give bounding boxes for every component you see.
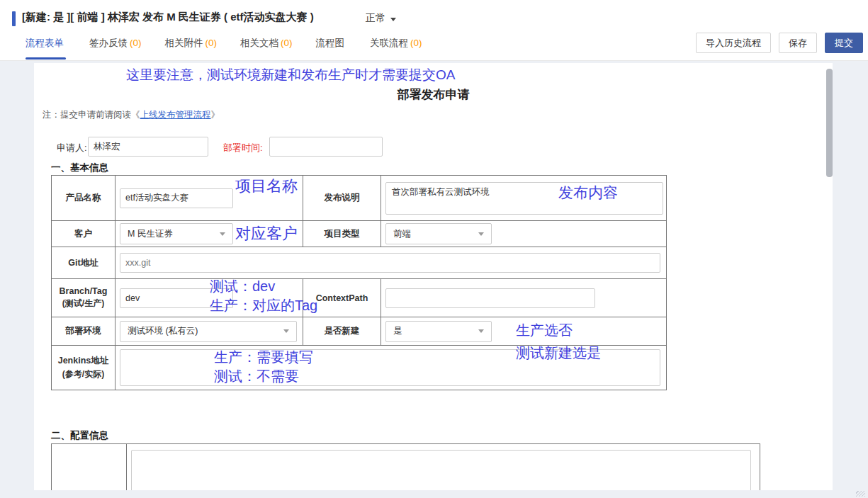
status-label: 正常 [366,12,385,25]
caret-down-icon [478,329,484,333]
section-basic-info-heading: 一、基本信息 [51,162,108,174]
tab-attachments[interactable]: 相关附件(0) [165,37,218,60]
form-panel: 这里要注意，测试环境新建和发布生产时才需要提交OA 部署发布申请 注：提交申请前… [34,63,833,490]
annotation-customer: 对应客户 [235,223,298,244]
annotation-project-name: 项目名称 [235,176,298,197]
header: [新建: 是 ][ 前端 ] 林泽宏 发布 M 民生证券 ( etf活动实盘大赛… [0,0,868,61]
annotation-is-new: 生产选否 测试新建选是 [516,319,601,364]
applicant-row: 申请人: 部署时间: [34,137,833,158]
applicant-input[interactable] [88,137,208,157]
table-row [52,444,760,491]
is-new-label: 是否新建 [303,317,381,346]
is-new-select[interactable]: 是 [385,321,492,342]
table-row: Branch/Tag (测试/生产) ContextPath [52,279,667,317]
annotation-jenkins: 生产：需要填写 测试：不需要 [214,348,313,386]
header-actions: 导入历史流程 保存 提交 [696,33,863,53]
config-info-label [52,444,127,491]
tab-bar: 流程表单 签办反馈(0) 相关附件(0) 相关文档(0) 流程图 关联流程(0) [26,37,422,60]
customer-select[interactable]: M 民生证券 [120,223,233,244]
caret-down-icon [478,232,484,236]
git-url-input[interactable] [120,253,660,273]
deploy-env-select[interactable]: 测试环境 (私有云) [120,321,297,342]
annotation-release-content: 发布内容 [558,183,618,203]
status-dropdown[interactable]: 正常 [366,12,396,25]
tab-count: (0) [205,38,218,48]
caret-down-icon [283,329,289,333]
tab-sign-feedback[interactable]: 签办反馈(0) [89,37,142,60]
title-accent-bar [12,11,16,26]
project-type-label: 项目类型 [303,221,381,247]
import-history-button[interactable]: 导入历史流程 [696,33,771,53]
caret-down-icon [390,18,396,21]
tab-related-flows[interactable]: 关联流程(0) [370,37,422,60]
tab-count: (0) [410,38,422,48]
save-button[interactable]: 保存 [779,33,817,53]
deploy-env-label: 部署环境 [52,317,115,346]
customer-label: 客户 [52,221,115,247]
annotation-top-note: 这里要注意，测试环境新建和发布生产时才需要提交OA [126,66,455,84]
workflow-title: [新建: 是 ][ 前端 ] 林泽宏 发布 M 民生证券 ( etf活动实盘大赛… [22,11,314,24]
read-before-submit-note: 注：提交申请前请阅读《上线发布管理流程》 [43,109,220,121]
product-name-input[interactable] [120,188,233,208]
release-process-link[interactable]: 上线发布管理流程 [140,110,211,120]
caret-down-icon [220,232,225,236]
project-type-select[interactable]: 前端 [385,223,492,244]
submit-button[interactable]: 提交 [825,33,863,53]
tab-count: (0) [281,38,293,48]
release-note-textarea[interactable]: 首次部署私有云测试环境 [385,182,663,215]
tab-count: (0) [130,38,142,48]
product-name-label: 产品名称 [52,176,115,221]
deploy-time-label: 部署时间: [223,142,263,154]
branch-tag-label: Branch/Tag (测试/生产) [52,279,115,317]
git-url-label: Git地址 [52,247,115,279]
vertical-scrollbar-thumb[interactable] [826,69,833,177]
annotation-branch-tag: 测试：dev 生产：对应的Tag [210,277,317,315]
jenkins-label: Jenkins地址 (参考/实际) [52,346,115,390]
resize-handle-icon [856,491,865,497]
tab-process-form[interactable]: 流程表单 [26,37,66,60]
config-info-textarea[interactable] [131,450,751,490]
tab-flowchart[interactable]: 流程图 [316,37,347,60]
deploy-time-input[interactable] [269,137,383,157]
table-row: Git地址 [52,247,667,279]
form-title: 部署发布申请 [34,86,833,103]
section-config-info-heading: 二、配置信息 [51,429,108,442]
tab-documents[interactable]: 相关文档(0) [240,37,293,60]
context-path-input[interactable] [385,288,595,308]
applicant-label: 申请人: [57,142,87,154]
config-info-table [51,443,760,490]
table-row: 客户 M 民生证券 项目类型 前端 [52,221,667,247]
release-note-label: 发布说明 [303,176,381,221]
